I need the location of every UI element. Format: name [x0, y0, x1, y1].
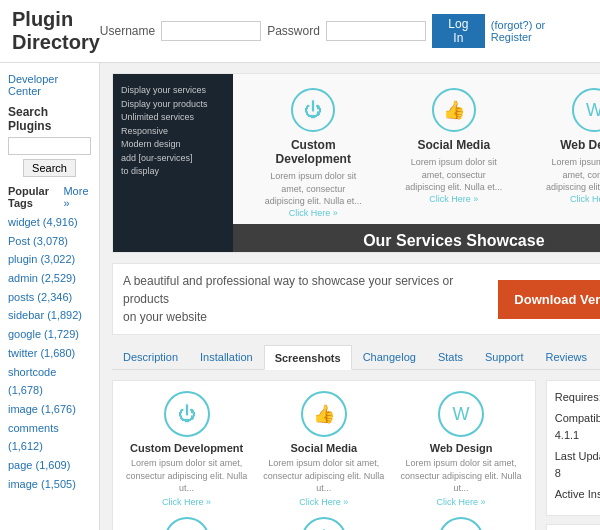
- sidebar-tag-item[interactable]: google (1,729): [8, 325, 91, 344]
- sidebar-tag-item[interactable]: sidebar (1,892): [8, 306, 91, 325]
- sidebar-more-link[interactable]: More »: [63, 185, 91, 209]
- page-title: Plugin Directory: [12, 8, 100, 54]
- service-card-name: Custom Development: [123, 442, 250, 454]
- hero-service-item: W Web Design Lorem ipsum dolor sit amet,…: [544, 88, 600, 218]
- sidebar-tag-item[interactable]: shortcode (1,678): [8, 363, 91, 400]
- hero-service-name: Custom Development: [263, 138, 363, 166]
- password-input[interactable]: [326, 21, 426, 41]
- hero-service-item: ⏻ Custom Development Lorem ipsum dolor s…: [263, 88, 363, 218]
- username-label: Username: [100, 24, 155, 38]
- username-input[interactable]: [161, 21, 261, 41]
- hero-service-icons: ⏻ Custom Development Lorem ipsum dolor s…: [233, 74, 600, 224]
- service-card-icon: ⏻: [301, 517, 347, 530]
- register-link[interactable]: Register: [491, 31, 532, 43]
- sidebar-developer-center[interactable]: Developer Center: [8, 73, 91, 97]
- hero-service-icon: 👍: [432, 88, 476, 132]
- compatible-text: Compatible up to: 4.1.1: [555, 410, 600, 445]
- service-card-icon: 🗑: [438, 517, 484, 530]
- hero-services-panel: ⏻ Custom Development Lorem ipsum dolor s…: [233, 74, 600, 252]
- tab-screenshots[interactable]: Screenshots: [264, 345, 352, 370]
- hero-service-desc: Lorem ipsum dolor sit amet, consectur ad…: [404, 156, 504, 194]
- service-card-name: Web Design: [397, 442, 524, 454]
- service-card-icon: ⚙: [164, 517, 210, 530]
- hero-service-link[interactable]: Click Here »: [263, 208, 363, 218]
- auth-links: (forgot?) or Register: [491, 19, 588, 43]
- hero-dark-text-line: Display your services: [121, 84, 225, 98]
- installs-text: Active Installs: 100+: [555, 486, 600, 504]
- requires-text: Requires: 3.2 or higher: [555, 389, 600, 407]
- hero-dark-text-line: Unlimited services: [121, 111, 225, 125]
- hero-dark-panel: Display your servicesDisplay your produc…: [113, 74, 233, 252]
- hero-service-icon: W: [572, 88, 600, 132]
- sidebar-tag-item[interactable]: posts (2,346): [8, 288, 91, 307]
- forgot-link[interactable]: (forgot?): [491, 19, 533, 31]
- tab-stats[interactable]: Stats: [427, 345, 474, 369]
- meta-sidebar: Requires: 3.2 or higher Compatible up to…: [546, 380, 600, 530]
- download-button[interactable]: Download Version 1.1: [498, 280, 600, 319]
- hero-service-name: Web Design: [544, 138, 600, 152]
- hero-service-link[interactable]: Click Here »: [544, 194, 600, 204]
- hero-service-desc: Lorem ipsum dolor sit amet, consectur ad…: [544, 156, 600, 194]
- sidebar-tag-item[interactable]: comments (1,612): [8, 419, 91, 456]
- header: Plugin Directory Username Password Log I…: [0, 0, 600, 63]
- sidebar-search-button[interactable]: Search: [23, 159, 76, 177]
- hero-banner: Display your servicesDisplay your produc…: [112, 73, 600, 253]
- hero-service-link[interactable]: Click Here »: [404, 194, 504, 204]
- sidebar: Developer Center Search Plugins Search P…: [0, 63, 100, 530]
- sidebar-search-input[interactable]: [8, 137, 91, 155]
- sidebar-tag-item[interactable]: image (1,676): [8, 400, 91, 419]
- services-card-grid: ⏻ Custom Development Lorem ipsum dolor s…: [123, 391, 525, 530]
- sidebar-tag-item[interactable]: page (1,609): [8, 456, 91, 475]
- hero-showcase-label: Our Services Showcase: [233, 224, 600, 253]
- service-card-desc: Lorem ipsum dolor sit amet, consectur ad…: [123, 457, 250, 495]
- service-card: W Web Design Lorem ipsum dolor sit amet,…: [397, 391, 524, 507]
- service-card-icon: ⏻: [164, 391, 210, 437]
- sidebar-tag-item[interactable]: plugin (3,022): [8, 250, 91, 269]
- sidebar-tag-item[interactable]: twitter (1,680): [8, 344, 91, 363]
- tab-installation[interactable]: Installation: [189, 345, 264, 369]
- service-card-link[interactable]: Click Here »: [123, 497, 250, 507]
- tab-changelog[interactable]: Changelog: [352, 345, 427, 369]
- service-card-name: Social Media: [260, 442, 387, 454]
- sidebar-search-title: Search Plugins: [8, 105, 91, 133]
- sidebar-tag-item[interactable]: Post (3,078): [8, 232, 91, 251]
- ratings-box: Ratings ☆☆☆☆☆ 0 out of 5 stars 5 stars 0…: [546, 524, 600, 530]
- hero-dark-text-line: Modern design: [121, 138, 225, 152]
- updated-text: Last Updated: 2015-2-8: [555, 448, 600, 483]
- plugin-info-row: A beautiful and professional way to show…: [112, 263, 600, 335]
- service-card-icon: 👍: [301, 391, 347, 437]
- tab-support[interactable]: Support: [474, 345, 535, 369]
- hero-dark-text-line: Responsive: [121, 125, 225, 139]
- main-layout: Developer Center Search Plugins Search P…: [0, 63, 600, 530]
- login-button[interactable]: Log In: [432, 14, 485, 48]
- service-card: ⏻ Animation Lorem ipsum dolor sit amet, …: [260, 517, 387, 530]
- plugin-tagline: A beautiful and professional way to show…: [123, 272, 498, 326]
- service-card-link[interactable]: Click Here »: [260, 497, 387, 507]
- tab-reviews[interactable]: Reviews: [534, 345, 598, 369]
- hero-dark-text-line: add [our-services]: [121, 152, 225, 166]
- sidebar-tag-item[interactable]: admin (2,529): [8, 269, 91, 288]
- service-card: ⚙ Management Lorem ipsum dolor sit amet,…: [123, 517, 250, 530]
- hero-dark-text-line: to display: [121, 165, 225, 179]
- plugin-tabs: DescriptionInstallationScreenshotsChange…: [112, 345, 600, 370]
- auth-bar: Username Password Log In (forgot?) or Re…: [100, 14, 588, 48]
- password-label: Password: [267, 24, 320, 38]
- service-card: ⏻ Custom Development Lorem ipsum dolor s…: [123, 391, 250, 507]
- or-text: or: [535, 19, 545, 31]
- main-content: Display your servicesDisplay your produc…: [100, 63, 600, 530]
- service-card-icon: W: [438, 391, 484, 437]
- service-card: 🗑 Consulting Lorem ipsum dolor sit amet,…: [397, 517, 524, 530]
- service-card-desc: Lorem ipsum dolor sit amet, consectur ad…: [397, 457, 524, 495]
- tab-description[interactable]: Description: [112, 345, 189, 369]
- sidebar-tag-item[interactable]: image (1,505): [8, 475, 91, 494]
- bottom-area: ⏻ Custom Development Lorem ipsum dolor s…: [112, 380, 600, 530]
- hero-service-icon: ⏻: [291, 88, 335, 132]
- sidebar-tag-item[interactable]: widget (4,916): [8, 213, 91, 232]
- sidebar-popular-tags-title: Popular Tags More »: [8, 185, 91, 209]
- service-card: 👍 Social Media Lorem ipsum dolor sit ame…: [260, 391, 387, 507]
- hero-service-item: 👍 Social Media Lorem ipsum dolor sit ame…: [404, 88, 504, 218]
- service-card-link[interactable]: Click Here »: [397, 497, 524, 507]
- hero-dark-text-line: Display your products: [121, 98, 225, 112]
- sidebar-tags-list: widget (4,916)Post (3,078)plugin (3,022)…: [8, 213, 91, 493]
- hero-service-name: Social Media: [404, 138, 504, 152]
